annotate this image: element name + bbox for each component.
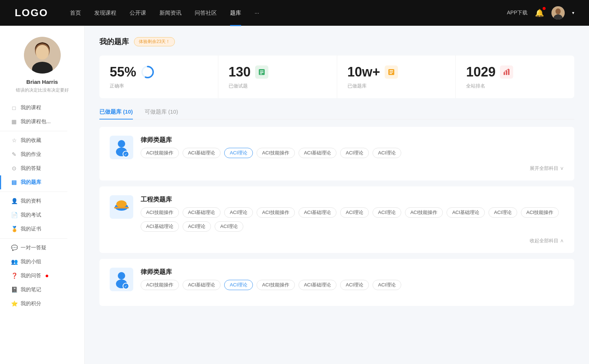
tag-2-3[interactable]: ACI技能操作 bbox=[257, 207, 295, 218]
edit-icon: ✎ bbox=[11, 151, 17, 158]
points-icon: ⭐ bbox=[11, 300, 17, 307]
svg-rect-17 bbox=[504, 72, 505, 75]
chat-icon: 💬 bbox=[11, 245, 17, 251]
tag-3-3[interactable]: ACI技能操作 bbox=[257, 280, 295, 290]
divider-2 bbox=[0, 192, 67, 192]
tag-2-7[interactable]: ACI技能操作 bbox=[405, 207, 443, 218]
chevron-down-icon[interactable]: ▾ bbox=[572, 10, 574, 15]
svg-rect-11 bbox=[260, 72, 264, 73]
nav-item-more[interactable]: ··· bbox=[254, 10, 259, 17]
tag-1-6[interactable]: ACI理论 bbox=[373, 148, 401, 158]
user-motto: 错误的决定比没有决定要好 bbox=[8, 87, 76, 93]
divider-1 bbox=[0, 131, 67, 131]
sidebar-item-my-profile[interactable]: 👤 我的资料 bbox=[0, 194, 84, 208]
tag-3-5[interactable]: ACI理论 bbox=[340, 280, 369, 290]
qbank-info-2: 工程类题库 ACI技能操作 ACI基础理论 ACI理论 ACI技能操作 ACI基… bbox=[141, 195, 564, 232]
sidebar-item-my-exam[interactable]: 📄 我的考试 bbox=[0, 208, 84, 222]
nav-item-discover[interactable]: 发现课程 bbox=[94, 10, 116, 17]
svg-point-5 bbox=[36, 45, 49, 60]
done-banks-number: 10w+ bbox=[348, 64, 380, 80]
sidebar-item-my-packages[interactable]: ▦ 我的课程包... bbox=[0, 115, 84, 129]
tab-available-banks[interactable]: 可做题库 (10) bbox=[145, 108, 178, 119]
tag-2-8[interactable]: ACI基础理论 bbox=[447, 207, 485, 218]
rank-label: 全站排名 bbox=[466, 83, 564, 89]
svg-text:✓: ✓ bbox=[124, 285, 127, 288]
tab-done-banks[interactable]: 已做题库 (10) bbox=[99, 108, 133, 119]
sidebar-item-my-points[interactable]: ⭐ 我的积分 bbox=[0, 297, 84, 311]
nav-item-qa[interactable]: 问答社区 bbox=[195, 10, 217, 17]
tabs-row: 已做题库 (10) 可做题库 (10) bbox=[99, 108, 574, 119]
tag-2-1[interactable]: ACI基础理论 bbox=[183, 207, 221, 218]
tag-2-5[interactable]: ACI理论 bbox=[340, 207, 369, 218]
sidebar-item-my-homework[interactable]: ✎ 我的作业 bbox=[0, 147, 84, 161]
svg-rect-15 bbox=[389, 72, 393, 72]
red-chart-icon bbox=[500, 65, 513, 79]
tag-2-6[interactable]: ACI理论 bbox=[373, 207, 401, 218]
sidebar-item-my-favorites[interactable]: ☆ 我的收藏 bbox=[0, 133, 84, 147]
active-indicator bbox=[0, 175, 1, 189]
tag-2-10[interactable]: ACI技能操作 bbox=[521, 207, 559, 218]
tag-1-2[interactable]: ACI理论 bbox=[224, 148, 253, 158]
lawyer-bank-icon-1: ✓ bbox=[110, 136, 133, 159]
bell-icon[interactable]: 🔔 bbox=[535, 8, 544, 17]
page-body: Brian Harris 错误的决定比没有决定要好 □ 我的课程 ▦ 我的课程包… bbox=[0, 26, 589, 364]
expand-btn-1[interactable]: 展开全部科目 ∨ bbox=[110, 165, 564, 172]
nav-item-opencourse[interactable]: 公开课 bbox=[130, 10, 146, 17]
sidebar-item-my-courses[interactable]: □ 我的课程 bbox=[0, 101, 84, 115]
tag-2-2[interactable]: ACI理论 bbox=[224, 207, 253, 218]
qbank-tags-1: ACI技能操作 ACI基础理论 ACI理论 ACI技能操作 ACI基础理论 AC… bbox=[141, 148, 401, 158]
expand-btn-2[interactable]: 收起全部科目 ∧ bbox=[110, 238, 564, 244]
tag-2-4[interactable]: ACI基础理论 bbox=[299, 207, 337, 218]
svg-rect-27 bbox=[114, 207, 129, 208]
sidebar-item-one-to-one[interactable]: 💬 一对一答疑 bbox=[0, 241, 84, 255]
tag-1-5[interactable]: ACI理论 bbox=[340, 148, 369, 158]
nav-item-qbank[interactable]: 题库 bbox=[230, 10, 241, 17]
tag-1-0[interactable]: ACI技能操作 bbox=[141, 148, 179, 158]
tag-3-2[interactable]: ACI理论 bbox=[224, 280, 253, 290]
qbank-info-1: 律师类题库 ACI技能操作 ACI基础理论 ACI理论 ACI技能操作 ACI基… bbox=[141, 136, 401, 158]
tag-2-9[interactable]: ACI理论 bbox=[489, 207, 517, 218]
nav-item-home[interactable]: 首页 bbox=[70, 10, 81, 17]
tag-1-1[interactable]: ACI基础理论 bbox=[183, 148, 221, 158]
app-download-link[interactable]: APP下载 bbox=[507, 10, 528, 16]
sidebar-item-my-cert[interactable]: 🏅 我的证书 bbox=[0, 222, 84, 236]
nav-item-news[interactable]: 新闻资讯 bbox=[159, 10, 181, 17]
tag-2-12[interactable]: ACI理论 bbox=[183, 221, 211, 232]
stat-done-questions: 130 已做试题 bbox=[218, 56, 337, 98]
question-icon: ⊙ bbox=[11, 165, 17, 172]
tag-2-0[interactable]: ACI技能操作 bbox=[141, 207, 179, 218]
stat-top-3: 10w+ bbox=[348, 64, 445, 80]
sidebar-item-my-questions[interactable]: ❓ 我的问答 bbox=[0, 269, 84, 283]
sidebar: Brian Harris 错误的决定比没有决定要好 □ 我的课程 ▦ 我的课程包… bbox=[0, 26, 85, 364]
document-icon: □ bbox=[11, 105, 17, 111]
tag-2-13[interactable]: ACI理论 bbox=[215, 221, 243, 232]
sidebar-item-my-group[interactable]: 👥 我的小组 bbox=[0, 255, 84, 269]
avatar[interactable] bbox=[551, 6, 565, 19]
qbank-card-lawyer-1: ✓ 律师类题库 ACI技能操作 ACI基础理论 ACI理论 ACI技能操作 AC… bbox=[99, 127, 574, 181]
progress-ring-icon bbox=[141, 65, 155, 79]
exam-icon: 📄 bbox=[11, 212, 17, 218]
svg-rect-16 bbox=[389, 73, 392, 74]
notification-dot bbox=[46, 275, 48, 277]
tag-3-4[interactable]: ACI基础理论 bbox=[299, 280, 337, 290]
tag-3-1[interactable]: ACI基础理论 bbox=[183, 280, 221, 290]
sidebar-item-my-qbank[interactable]: ▤ 我的题库 bbox=[0, 175, 84, 189]
stat-rank: 1029 全站排名 bbox=[456, 56, 574, 98]
tag-3-6[interactable]: ACI理论 bbox=[373, 280, 401, 290]
svg-rect-19 bbox=[508, 69, 509, 75]
sidebar-item-my-notes[interactable]: 📓 我的笔记 bbox=[0, 283, 84, 297]
tag-1-4[interactable]: ACI基础理论 bbox=[299, 148, 337, 158]
tag-2-11[interactable]: ACI基础理论 bbox=[141, 221, 179, 232]
tag-3-0[interactable]: ACI技能操作 bbox=[141, 280, 179, 290]
page-title: 我的题库 bbox=[99, 37, 129, 47]
logo[interactable]: LOGO bbox=[15, 7, 48, 19]
profile-icon: 👤 bbox=[11, 198, 17, 204]
qbank-icon: ▤ bbox=[11, 179, 17, 186]
stat-correct-rate: 55% 正确率 bbox=[99, 56, 218, 98]
tag-1-3[interactable]: ACI技能操作 bbox=[257, 148, 295, 158]
stat-top-2: 130 bbox=[229, 64, 327, 80]
rank-number: 1029 bbox=[466, 64, 495, 80]
sidebar-item-my-qa[interactable]: ⊙ 我的答疑 bbox=[0, 161, 84, 175]
qbank-header-2: 工程类题库 ACI技能操作 ACI基础理论 ACI理论 ACI技能操作 ACI基… bbox=[110, 195, 564, 232]
qbank-header-1: ✓ 律师类题库 ACI技能操作 ACI基础理论 ACI理论 ACI技能操作 AC… bbox=[110, 136, 564, 159]
